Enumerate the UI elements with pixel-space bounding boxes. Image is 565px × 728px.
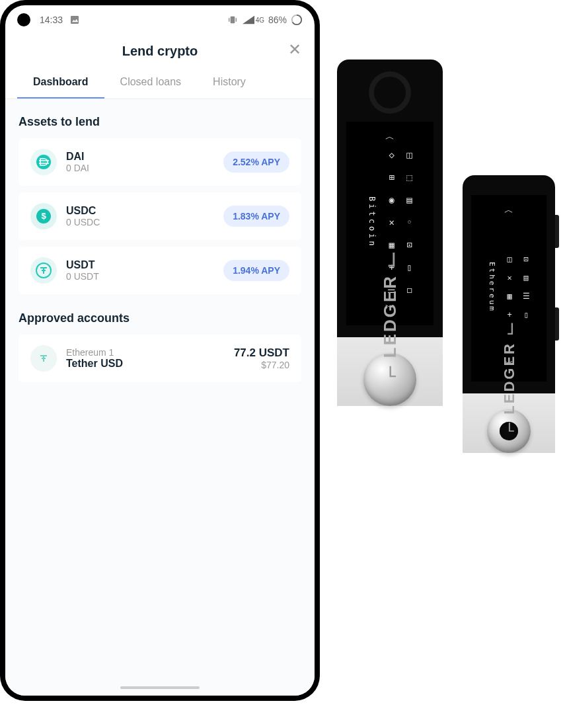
device-side-button bbox=[555, 215, 559, 248]
vibrate-icon bbox=[227, 15, 239, 25]
approved-amount: 77.2 USDT bbox=[234, 346, 289, 360]
assets-section-title: Assets to lend bbox=[19, 115, 301, 129]
device-screen-label: Bitcoin bbox=[367, 196, 377, 249]
camera-cutout bbox=[17, 13, 30, 26]
svg-point-7 bbox=[36, 155, 51, 169]
chevron-up-icon: ︿ bbox=[385, 131, 395, 143]
apy-badge: 1.94% APY bbox=[223, 260, 289, 281]
device-screen-label: Ethereum bbox=[488, 262, 496, 313]
device-menu-icons-col2: ⊡▤☰▯ bbox=[523, 255, 530, 319]
dai-icon bbox=[30, 149, 57, 175]
approved-asset-name: Tether USD bbox=[66, 358, 225, 370]
device-side-button bbox=[555, 307, 559, 341]
asset-row-usdc[interactable]: $ USDC 0 USDC 1.83% APY bbox=[19, 192, 301, 240]
svg-rect-0 bbox=[71, 16, 79, 24]
tab-closed-loans[interactable]: Closed loans bbox=[104, 67, 198, 99]
battery-percent: 86% bbox=[268, 15, 287, 25]
phone-screen: 14:33 4G 86% Lend crypto bbox=[5, 5, 315, 696]
image-icon bbox=[69, 15, 80, 25]
usdc-icon: $ bbox=[30, 203, 57, 229]
chevron-up-icon: ︿ bbox=[504, 204, 513, 216]
asset-balance: 0 USDT bbox=[66, 271, 214, 282]
page-title: Lend crypto bbox=[122, 44, 198, 59]
asset-row-dai[interactable]: DAI 0 DAI 2.52% APY bbox=[19, 138, 301, 186]
ledger-device-small: ︿ Ethereum ◫✕▦+ ⊡▤☰▯ ﹀ ⌐ LEDGER ⌙ bbox=[463, 175, 555, 453]
asset-symbol: USDC bbox=[66, 205, 214, 217]
network-label: 4G bbox=[256, 17, 264, 24]
tabs: Dashboard Closed loans History bbox=[5, 67, 315, 99]
device-menu-icons-col2: ◫⬚▤◦⊡▯◻ bbox=[406, 149, 412, 295]
svg-marker-5 bbox=[243, 16, 254, 24]
device-button bbox=[369, 71, 411, 114]
status-time: 14:33 bbox=[40, 15, 63, 25]
approved-fiat: $77.20 bbox=[234, 360, 289, 370]
status-bar: 14:33 4G 86% bbox=[5, 5, 315, 32]
phone-frame: 14:33 4G 86% Lend crypto bbox=[0, 0, 320, 701]
tab-history[interactable]: History bbox=[197, 67, 262, 99]
ledger-logo: ⌐ LEDGER ⌙ bbox=[498, 319, 520, 432]
asset-row-usdt[interactable]: USDT 0 USDT 1.94% APY bbox=[19, 247, 301, 294]
asset-symbol: DAI bbox=[66, 151, 214, 163]
apy-badge: 1.83% APY bbox=[223, 206, 289, 227]
content-area: Assets to lend DAI 0 DAI 2.52% APY $ USD… bbox=[5, 99, 315, 696]
asset-balance: 0 USDC bbox=[66, 217, 214, 227]
close-icon[interactable]: ✕ bbox=[288, 42, 301, 58]
app-header: Lend crypto ✕ bbox=[5, 32, 315, 67]
asset-balance: 0 DAI bbox=[66, 163, 214, 173]
asset-symbol: USDT bbox=[66, 259, 214, 271]
tether-icon bbox=[30, 345, 57, 372]
ledger-device-large: ︿ Bitcoin ◇⊞◉✕▦+☰ ◫⬚▤◦⊡▯◻ ﹀ ⌐ LEDGER ⌙ bbox=[337, 60, 443, 406]
approved-section-title: Approved accounts bbox=[19, 311, 301, 325]
apy-badge: 2.52% APY bbox=[223, 151, 289, 173]
svg-text:$: $ bbox=[41, 211, 46, 221]
usdt-icon bbox=[30, 257, 57, 284]
signal-icon bbox=[243, 15, 254, 24]
home-indicator[interactable] bbox=[120, 686, 200, 689]
approved-account-name: Ethereum 1 bbox=[66, 347, 225, 358]
ledger-logo: ⌐ LEDGER ⌙ bbox=[377, 249, 403, 378]
approved-account-row[interactable]: Ethereum 1 Tether USD 77.2 USDT $77.20 bbox=[19, 335, 301, 382]
device-menu-icons: ◫✕▦+ bbox=[507, 255, 511, 319]
tab-dashboard[interactable]: Dashboard bbox=[17, 67, 104, 99]
battery-ring-icon bbox=[291, 14, 303, 26]
svg-rect-2 bbox=[230, 17, 235, 24]
